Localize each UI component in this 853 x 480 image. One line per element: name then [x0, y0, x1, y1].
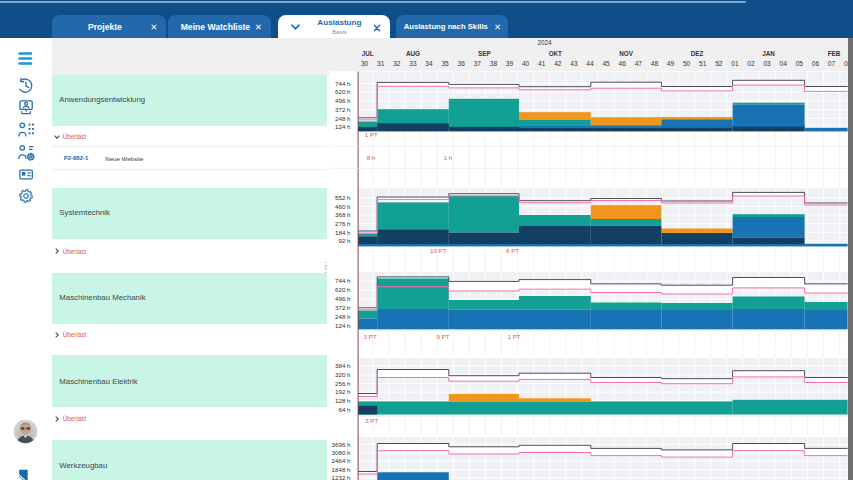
svg-text:276 h: 276 h	[335, 220, 351, 227]
svg-text:33: 33	[409, 60, 417, 67]
svg-text:37: 37	[474, 60, 482, 67]
svg-text:SEP: SEP	[478, 50, 491, 57]
svg-text:744 h: 744 h	[335, 277, 351, 284]
svg-text:49: 49	[667, 60, 675, 67]
svg-text:372 h: 372 h	[335, 304, 351, 311]
svg-text:744 h: 744 h	[335, 80, 351, 87]
svg-text:3 PT: 3 PT	[365, 417, 378, 424]
svg-text:35: 35	[441, 60, 449, 67]
svg-text:3080 h: 3080 h	[332, 449, 351, 456]
svg-text:41: 41	[538, 60, 546, 67]
svg-text:42: 42	[554, 60, 562, 67]
svg-text:02: 02	[747, 60, 755, 67]
svg-text:1 PT: 1 PT	[508, 333, 521, 340]
svg-text:1232 h: 1232 h	[332, 474, 351, 480]
svg-text:496 h: 496 h	[335, 295, 351, 302]
svg-text:8 h: 8 h	[367, 154, 376, 161]
svg-text:JAN: JAN	[762, 50, 775, 57]
svg-text:39: 39	[506, 60, 514, 67]
svg-text:32: 32	[393, 60, 401, 67]
svg-text:36: 36	[458, 60, 466, 67]
svg-text:248 h: 248 h	[335, 115, 351, 122]
svg-text:368 h: 368 h	[335, 211, 351, 218]
svg-text:51: 51	[699, 60, 707, 67]
svg-text:OKT: OKT	[549, 50, 562, 57]
svg-text:8 PT: 8 PT	[506, 247, 519, 254]
svg-text:03: 03	[763, 60, 771, 67]
svg-text:496 h: 496 h	[335, 97, 351, 104]
svg-text:92 h: 92 h	[338, 237, 351, 244]
svg-text:64 h: 64 h	[338, 406, 351, 413]
svg-text:06: 06	[812, 60, 820, 67]
svg-text:FEB: FEB	[828, 50, 841, 57]
svg-text:552 h: 552 h	[335, 194, 351, 201]
svg-text:01: 01	[731, 60, 739, 67]
svg-text:620 h: 620 h	[335, 286, 351, 293]
svg-text:30: 30	[361, 60, 369, 67]
svg-text:384 h: 384 h	[335, 362, 351, 369]
svg-text:124 h: 124 h	[335, 322, 351, 329]
svg-text:3 PT: 3 PT	[364, 333, 377, 340]
svg-text:3696 h: 3696 h	[332, 441, 351, 448]
svg-text:48: 48	[651, 60, 659, 67]
svg-text:40: 40	[522, 60, 530, 67]
svg-text:NOV: NOV	[619, 50, 633, 57]
svg-text:05: 05	[796, 60, 804, 67]
svg-text:124 h: 124 h	[335, 123, 351, 130]
svg-text:44: 44	[586, 60, 594, 67]
svg-text:1 h: 1 h	[444, 154, 453, 161]
svg-text:47: 47	[635, 60, 643, 67]
svg-text:10 PT: 10 PT	[430, 247, 447, 254]
svg-text:248 h: 248 h	[335, 313, 351, 320]
svg-text:45: 45	[602, 60, 610, 67]
svg-text:31: 31	[377, 60, 385, 67]
svg-text:320 h: 320 h	[335, 371, 351, 378]
svg-text:2464 h: 2464 h	[332, 457, 351, 464]
svg-text:620 h: 620 h	[335, 88, 351, 95]
svg-text:AUG: AUG	[406, 50, 420, 57]
svg-text:372 h: 372 h	[335, 106, 351, 113]
svg-text:128 h: 128 h	[335, 397, 351, 404]
svg-text:46: 46	[619, 60, 627, 67]
svg-text:34: 34	[425, 60, 433, 67]
svg-text:50: 50	[683, 60, 691, 67]
svg-text:JUL: JUL	[362, 50, 374, 57]
svg-text:460 h: 460 h	[335, 203, 351, 210]
svg-text:04: 04	[780, 60, 788, 67]
svg-text:38: 38	[490, 60, 498, 67]
svg-text:52: 52	[715, 60, 723, 67]
svg-text:1848 h: 1848 h	[332, 466, 351, 473]
svg-text:DEZ: DEZ	[691, 50, 704, 57]
svg-text:43: 43	[570, 60, 578, 67]
svg-text:07: 07	[828, 60, 836, 67]
svg-text:1 PT: 1 PT	[365, 131, 378, 138]
svg-text:184 h: 184 h	[335, 229, 351, 236]
svg-text:192 h: 192 h	[335, 388, 351, 395]
svg-text:256 h: 256 h	[335, 380, 351, 387]
svg-text:2024: 2024	[537, 39, 552, 46]
svg-text:9 PT: 9 PT	[437, 333, 450, 340]
